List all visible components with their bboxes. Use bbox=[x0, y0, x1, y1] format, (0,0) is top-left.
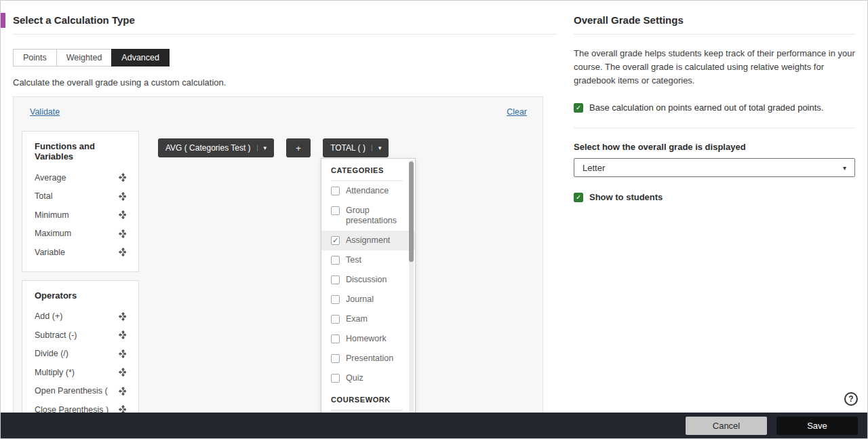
category-option-exam[interactable]: Exam bbox=[331, 309, 403, 329]
display-mode-label: Select how the overall grade is displaye… bbox=[574, 142, 855, 152]
save-button[interactable]: Save bbox=[776, 417, 858, 435]
category-option-assignment[interactable]: Assignment bbox=[321, 231, 415, 250]
operator-item-open-paren[interactable]: Open Parenthesis ( bbox=[35, 382, 127, 401]
title-divider bbox=[574, 34, 855, 35]
chevron-down-icon[interactable]: ▾ bbox=[372, 145, 382, 151]
help-icon[interactable]: ? bbox=[844, 392, 858, 406]
overall-grade-settings-panel: Overall Grade Settings The overall grade… bbox=[558, 1, 867, 413]
dropdown-scrollbar[interactable] bbox=[409, 160, 414, 413]
grade-display-select[interactable]: Letter ▾ bbox=[574, 158, 855, 177]
base-calculation-checkbox-row[interactable]: Base calculation on points earned out of… bbox=[574, 102, 855, 113]
function-item-minimum[interactable]: Minimum bbox=[35, 206, 127, 225]
select-value: Letter bbox=[583, 163, 605, 173]
operators-card-title: Operators bbox=[35, 290, 127, 301]
chevron-down-icon: ▾ bbox=[843, 164, 846, 172]
move-icon[interactable] bbox=[119, 229, 127, 238]
calc-type-tabs: Points Weighted Advanced bbox=[13, 49, 557, 66]
checkbox[interactable] bbox=[331, 315, 340, 324]
main-content: Select a Calculation Type Points Weighte… bbox=[1, 1, 867, 413]
function-item-variable[interactable]: Variable bbox=[35, 243, 127, 262]
category-option-homework[interactable]: Homework bbox=[331, 329, 403, 349]
categories-dropdown-list: CATEGORIES Attendance Group presentation… bbox=[321, 159, 415, 413]
operator-item-close-paren[interactable]: Close Parenthesis ) bbox=[35, 400, 127, 413]
checkbox[interactable] bbox=[331, 374, 340, 383]
scrollbar-thumb[interactable] bbox=[409, 161, 414, 262]
operator-item-divide[interactable]: Divide (/) bbox=[35, 345, 127, 364]
checkbox[interactable] bbox=[331, 256, 340, 265]
move-icon[interactable] bbox=[119, 368, 127, 377]
tab-points[interactable]: Points bbox=[13, 49, 57, 66]
title-divider bbox=[13, 34, 557, 35]
show-to-students-checkbox-row[interactable]: Show to students bbox=[574, 192, 855, 203]
action-footer: Cancel Save bbox=[1, 413, 867, 438]
tab-advanced[interactable]: Advanced bbox=[111, 49, 170, 66]
dropdown-section-categories: CATEGORIES bbox=[331, 159, 403, 181]
calculation-type-panel: Select a Calculation Type Points Weighte… bbox=[1, 1, 558, 413]
category-option-discussion[interactable]: Discussion bbox=[331, 270, 403, 290]
settings-title: Overall Grade Settings bbox=[574, 14, 855, 27]
operators-card: Operators Add (+) Subtract (-) Divide (/… bbox=[22, 280, 139, 413]
checkbox[interactable] bbox=[331, 206, 340, 215]
move-icon[interactable] bbox=[119, 210, 127, 219]
coursework-option-partial[interactable] bbox=[331, 411, 403, 413]
formula-pills: AVG ( Categories Test ) ▾ + TOTAL ( ) ▾ bbox=[158, 138, 542, 157]
checkbox[interactable] bbox=[331, 295, 340, 304]
category-option-attendance[interactable]: Attendance bbox=[331, 181, 403, 201]
function-item-average[interactable]: Average bbox=[35, 168, 127, 187]
tab-weighted[interactable]: Weighted bbox=[56, 49, 113, 66]
checkbox[interactable] bbox=[331, 236, 340, 245]
operator-item-add[interactable]: Add (+) bbox=[35, 307, 127, 326]
category-option-quiz[interactable]: Quiz bbox=[331, 368, 403, 388]
calculation-builder: Validate Clear Functions and Variables A… bbox=[13, 96, 543, 413]
functions-card: Functions and Variables Average Total Mi… bbox=[22, 131, 139, 272]
move-icon[interactable] bbox=[119, 248, 127, 256]
category-option-presentation[interactable]: Presentation bbox=[331, 349, 403, 368]
builder-toolbar: Validate Clear bbox=[14, 97, 542, 121]
function-item-maximum[interactable]: Maximum bbox=[35, 225, 127, 244]
function-item-total[interactable]: Total bbox=[35, 187, 127, 206]
settings-description: The overall grade helps students keep tr… bbox=[574, 47, 855, 88]
category-option-journal[interactable]: Journal bbox=[331, 290, 403, 309]
move-icon[interactable] bbox=[119, 330, 127, 339]
checkbox[interactable] bbox=[331, 354, 340, 363]
move-icon[interactable] bbox=[119, 387, 127, 396]
move-icon[interactable] bbox=[119, 173, 127, 182]
checkbox[interactable] bbox=[331, 187, 340, 195]
avg-categories-pill[interactable]: AVG ( Categories Test ) ▾ bbox=[158, 138, 274, 157]
categories-dropdown: CATEGORIES Attendance Group presentation… bbox=[321, 158, 416, 413]
functions-card-title: Functions and Variables bbox=[35, 141, 127, 161]
move-icon[interactable] bbox=[119, 405, 127, 413]
operator-item-multiply[interactable]: Multiply (*) bbox=[35, 363, 127, 382]
calculation-canvas: AVG ( Categories Test ) ▾ + TOTAL ( ) ▾ bbox=[139, 121, 542, 413]
chevron-down-icon[interactable]: ▾ bbox=[257, 145, 267, 151]
dropdown-section-coursework: COURSEWORK bbox=[331, 388, 403, 411]
checkbox[interactable] bbox=[331, 275, 340, 284]
move-icon[interactable] bbox=[119, 192, 127, 201]
checkbox[interactable] bbox=[574, 103, 583, 113]
calc-description: Calculate the overall grade using a cust… bbox=[13, 77, 557, 88]
cancel-button[interactable]: Cancel bbox=[686, 417, 767, 435]
section-divider bbox=[574, 128, 855, 128]
gradebook-settings-window: Select a Calculation Type Points Weighte… bbox=[0, 0, 868, 439]
operator-item-subtract[interactable]: Subtract (-) bbox=[35, 326, 127, 345]
checkbox[interactable] bbox=[574, 193, 583, 202]
category-option-test[interactable]: Test bbox=[331, 250, 403, 270]
move-icon[interactable] bbox=[119, 349, 127, 358]
builder-palette: Functions and Variables Average Total Mi… bbox=[22, 131, 139, 413]
checkbox[interactable] bbox=[331, 335, 340, 343]
category-option-group-presentations[interactable]: Group presentations bbox=[331, 201, 403, 231]
total-pill[interactable]: TOTAL ( ) ▾ bbox=[323, 138, 389, 157]
builder-body: Functions and Variables Average Total Mi… bbox=[14, 121, 542, 413]
plus-operator-pill[interactable]: + bbox=[286, 138, 311, 157]
validate-link[interactable]: Validate bbox=[30, 107, 60, 121]
clear-link[interactable]: Clear bbox=[507, 107, 527, 121]
move-icon[interactable] bbox=[119, 312, 127, 321]
page-title: Select a Calculation Type bbox=[13, 14, 557, 27]
